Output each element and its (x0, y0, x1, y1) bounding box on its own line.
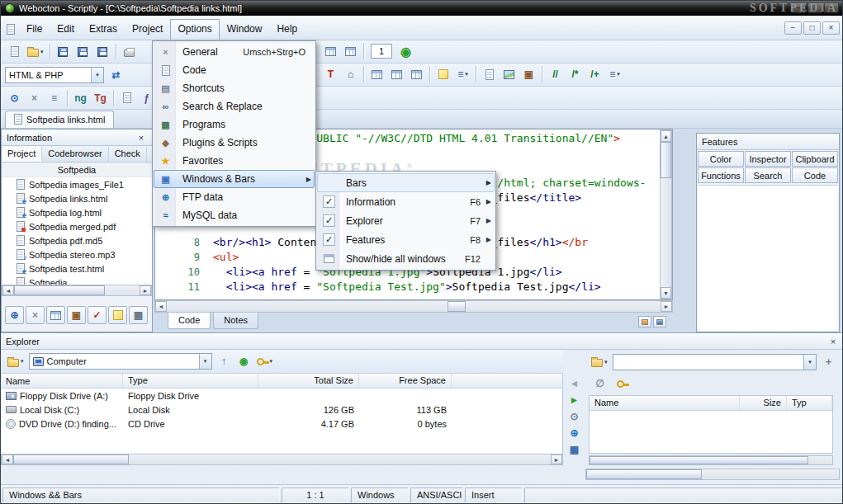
feature-functions-button[interactable]: Functions (698, 167, 744, 183)
project-list-button[interactable] (46, 306, 65, 324)
menu-file[interactable]: File (19, 19, 50, 40)
submenu-item-features[interactable]: ✓FeaturesF8▶ (317, 230, 495, 249)
comment-line-button[interactable]: // (546, 65, 565, 83)
comment-block-button[interactable]: /* (566, 65, 585, 83)
go-button[interactable]: ◉ (234, 352, 253, 370)
drive-row[interactable]: Floppy Disk Drive (A:)Floppy Disk Drive (1, 389, 562, 403)
scroll-thumb[interactable] (590, 456, 808, 464)
project-package-button[interactable]: ▣ (67, 306, 86, 324)
split-horizontal-button[interactable] (638, 316, 651, 327)
project-check-button[interactable]: ✓ (88, 306, 107, 324)
reload-syntax-button[interactable]: ⇄ (107, 66, 126, 84)
options-menu-item-mysql-data[interactable]: ≈MySQL data (154, 206, 315, 224)
tree-item[interactable]: Softpedia merged.pdf (2, 219, 152, 233)
tree-item[interactable]: Softpedia links.html (2, 191, 152, 205)
frameset-button[interactable] (387, 65, 406, 83)
scroll-left-icon[interactable]: ◄ (2, 285, 14, 295)
info-tab-project[interactable]: Project (2, 146, 42, 162)
scroll-thumb[interactable] (586, 469, 702, 479)
menu-window[interactable]: Window (220, 19, 270, 40)
tree-item[interactable]: Softpedia log.html (2, 205, 152, 219)
combo-dropdown-icon[interactable]: ▾ (91, 68, 103, 82)
column-header-size[interactable]: Size (740, 396, 787, 410)
project-grid-button[interactable]: ▦ (129, 306, 148, 324)
tree-item[interactable]: Softpedia test.html (2, 261, 152, 276)
drive-row[interactable]: Local Disk (C:)Local Disk126 GB113 GB (1, 403, 562, 417)
comment-plus-button[interactable]: /+ (585, 65, 604, 83)
tags-button[interactable]: Tg (91, 89, 110, 107)
permissions-button[interactable]: ▾ (254, 352, 276, 370)
new-page-button[interactable] (480, 65, 499, 83)
view-list-button[interactable] (321, 42, 340, 60)
submenu-item-information[interactable]: ✓InformationF6▶ (317, 192, 495, 211)
combo-dropdown-icon[interactable]: ▾ (803, 355, 816, 370)
page-counter[interactable]: 1 (371, 44, 392, 59)
column-header-name[interactable]: Name (1, 374, 123, 388)
scroll-left-icon[interactable]: ◄ (2, 455, 13, 464)
print-button[interactable] (120, 43, 139, 61)
menu-edit[interactable]: Edit (50, 19, 82, 40)
submenu-item-show-hide-all[interactable]: Show/hide all windowsF12 (317, 249, 495, 268)
mdi-close-button[interactable]: × (822, 21, 840, 35)
options-menu-item-plugins-scripts[interactable]: ◆Plugins & Scripts (154, 134, 315, 152)
list-button[interactable]: ≡▾ (453, 65, 472, 83)
scroll-left-icon[interactable]: ◄ (155, 301, 167, 312)
target-horizontal-scrollbar[interactable] (585, 469, 840, 480)
add-target-button[interactable]: + (819, 353, 838, 371)
note-button[interactable] (433, 65, 452, 83)
maximize-button[interactable]: □ (807, 2, 822, 13)
menu-project[interactable]: Project (125, 19, 170, 40)
copy-left-button[interactable]: ◄ (566, 377, 583, 391)
save-button[interactable] (54, 43, 73, 61)
new-document-button[interactable] (5, 43, 24, 61)
mdi-restore-button[interactable]: □ (803, 21, 821, 35)
mdi-minimize-button[interactable]: − (784, 21, 802, 35)
drive-row[interactable]: DVD Drive (D:) finding...CD Drive4.17 GB… (1, 417, 562, 431)
editor-tab-notes[interactable]: Notes (213, 313, 258, 329)
scroll-thumb[interactable] (448, 301, 466, 312)
submenu-item-explorer[interactable]: ✓ExplorerF7▶ (317, 211, 495, 230)
combo-dropdown-icon[interactable]: ▾ (199, 354, 211, 369)
scroll-thumb[interactable] (13, 455, 129, 464)
tree-item[interactable]: Softpedia (2, 276, 152, 285)
filter-button[interactable]: ∅ (590, 374, 609, 393)
scroll-thumb[interactable] (14, 285, 105, 295)
up-button[interactable]: ↑ (215, 352, 234, 370)
close-button[interactable]: × (824, 2, 839, 13)
options-menu-item-code[interactable]: Code (154, 61, 315, 79)
tools-button[interactable]: × (25, 89, 44, 107)
options-menu-item-windows-bars[interactable]: ▣Windows & Bars▶ (154, 170, 315, 188)
explorer-horizontal-scrollbar[interactable]: ◄ ► (1, 454, 563, 465)
text-heading-button[interactable]: T (321, 65, 340, 83)
syntax-combo[interactable]: HTML & PHP ▾ (5, 67, 104, 83)
target-folder-menu-button[interactable]: ▾ (589, 353, 610, 371)
save-as-button[interactable] (73, 43, 92, 61)
project-root[interactable]: Softpedia (2, 163, 152, 177)
column-header-name[interactable]: Name (590, 396, 740, 410)
sync-button[interactable]: ⊙ (566, 410, 583, 424)
feature-inspector-button[interactable]: Inspector (745, 151, 791, 167)
network-button[interactable]: ⊕ (566, 426, 583, 440)
close-explorer-icon[interactable]: × (827, 337, 839, 346)
target-combo[interactable]: ▾ (613, 354, 817, 370)
open-file-button[interactable]: ▾ (25, 43, 46, 61)
feature-search-button[interactable]: Search (745, 167, 791, 183)
menu-extras[interactable]: Extras (82, 19, 125, 40)
snippets-button[interactable]: ≡ (45, 89, 64, 107)
save-all-button[interactable] (93, 43, 112, 61)
export-button[interactable] (117, 89, 136, 107)
feature-code-button[interactable]: Code (792, 167, 838, 183)
tree-item[interactable]: Softpedia stereo.mp3 (2, 247, 152, 261)
minimize-button[interactable]: − (791, 2, 806, 13)
options-menu-item-favorites[interactable]: ★Favorites (154, 152, 315, 170)
options-menu-item-shortcuts[interactable]: ▤Shortcuts (154, 79, 315, 97)
table-button[interactable] (367, 65, 386, 83)
project-tools-button[interactable]: × (26, 306, 45, 324)
column-header-typ[interactable]: Typ (787, 396, 832, 410)
feature-clipboard-button[interactable]: Clipboard (792, 151, 838, 167)
options-menu-item-programs[interactable]: ▦Programs (154, 115, 315, 134)
project-note-button[interactable] (108, 306, 127, 324)
tree-item[interactable]: Softpedia images_File1 (2, 177, 152, 191)
keys-button[interactable] (613, 374, 632, 393)
home-button[interactable]: ⌂ (341, 65, 360, 83)
